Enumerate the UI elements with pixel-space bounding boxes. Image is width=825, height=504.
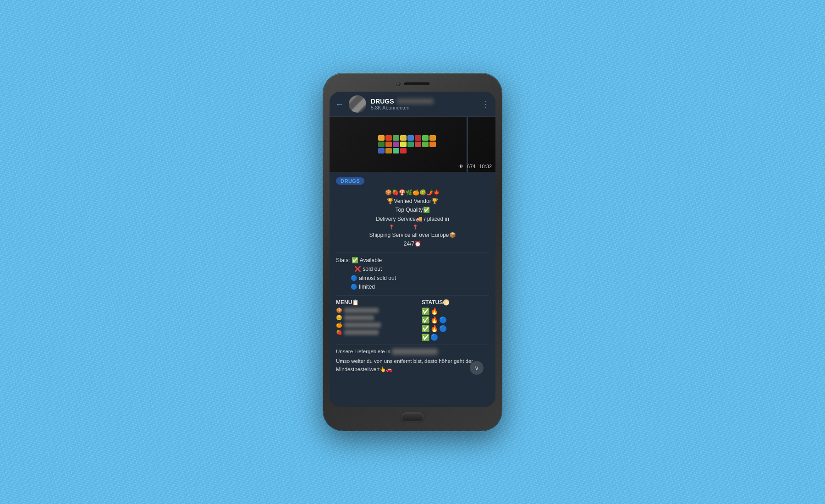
- status-label: STATUS🌕: [422, 299, 489, 306]
- status-row-2: ✅🔥🔵: [422, 316, 489, 323]
- menu-item-2: 😊: [336, 315, 403, 321]
- status-row-4: ✅🔵: [422, 334, 489, 341]
- back-button[interactable]: ←: [335, 99, 344, 110]
- view-icon: 👁: [458, 164, 463, 169]
- channel-name-blurred: [397, 99, 434, 104]
- menu-label: MENU📋: [336, 299, 403, 306]
- menu-status-section: MENU📋 🍪 😊 🍊: [336, 299, 489, 341]
- channel-avatar: [349, 95, 366, 113]
- video-meta: 👁 674 18:32: [458, 164, 492, 169]
- almost-sold-line: 🔵 almost sold out: [336, 274, 489, 283]
- status-column: STATUS🌕 ✅🔥 ✅🔥🔵 ✅🔥🔵: [422, 299, 489, 341]
- menu-divider: [336, 295, 489, 296]
- delivery-area-blurred: [392, 349, 438, 355]
- status-row-1: ✅🔥: [422, 307, 489, 315]
- limited-line: 🔵 limited: [336, 283, 489, 291]
- view-count: 674: [467, 164, 475, 169]
- delivery-service-line: Delivery Service🚚 / placed in: [336, 215, 489, 224]
- channel-tag: DRUGS: [336, 177, 364, 185]
- status-row-3: ✅🔥🔵: [422, 325, 489, 332]
- emoji-line: 🍪🍓🍄🌿🍊🥝🌶️🍁: [336, 188, 489, 197]
- home-button[interactable]: [401, 412, 424, 422]
- top-quality-line: Top Quality✅: [336, 206, 489, 214]
- menu-item-3: 🍊: [336, 322, 403, 328]
- channel-name-text: DRUGS: [371, 98, 394, 105]
- menu-column: MENU📋 🍪 😊 🍊: [336, 299, 403, 341]
- telegram-header: ← DRUGS 5.8K Abonnenten ⋮: [330, 92, 495, 117]
- section-divider: [336, 252, 489, 252]
- front-camera: [396, 82, 401, 86]
- hours-line: 24/7⏰: [336, 240, 489, 248]
- video-time: 18:32: [479, 164, 492, 169]
- delivery-divider: [336, 345, 489, 345]
- available-text: ✅ Available: [352, 257, 382, 263]
- status-icons: ✅🔥 ✅🔥🔵 ✅🔥🔵 ✅🔵: [422, 307, 489, 341]
- phone-bottom: [330, 407, 495, 424]
- bottom-description: Umso weiter du von uns entfernt bist, de…: [336, 357, 489, 373]
- delivery-pins-line: 📍📍: [336, 224, 489, 231]
- stats-text: Stats:: [336, 257, 350, 263]
- menu-item-4: 🍓: [336, 329, 403, 335]
- delivery-area-section: Unsere Liefergebiete in: [336, 349, 489, 355]
- channel-info: DRUGS 5.8K Abonnenten: [371, 98, 477, 110]
- stats-label: Stats: ✅ Available: [336, 256, 489, 265]
- menu-item-1: 🍪: [336, 307, 403, 313]
- shipping-line: Shipping Service all over Europe📦: [336, 231, 489, 240]
- stats-section: Stats: ✅ Available ❌ sold out 🔵 almost s…: [336, 256, 489, 291]
- phone-top-bar: [330, 80, 495, 88]
- delivery-area-text: Unsere Liefergebiete in: [336, 349, 390, 354]
- phone-screen: ← DRUGS 5.8K Abonnenten ⋮: [330, 92, 495, 407]
- verified-vendor-line: 🏆Verified Vendor🏆: [336, 197, 489, 206]
- video-post: 👁 674 18:32 ↗: [330, 117, 495, 172]
- header-menu-button[interactable]: ⋮: [482, 99, 490, 109]
- channel-name: DRUGS: [371, 98, 477, 105]
- scroll-down-button[interactable]: ∨: [470, 361, 484, 375]
- earpiece-speaker: [404, 82, 429, 85]
- subscriber-count: 5.8K Abonnenten: [371, 105, 477, 110]
- phone-shell: ← DRUGS 5.8K Abonnenten ⋮: [323, 73, 502, 431]
- chat-content: 👁 674 18:32 ↗ DRUGS 🍪🍓🍄🌿🍊🥝🌶️🍁 🏆Verified …: [330, 117, 495, 407]
- sold-out-line: ❌ sold out: [336, 265, 489, 274]
